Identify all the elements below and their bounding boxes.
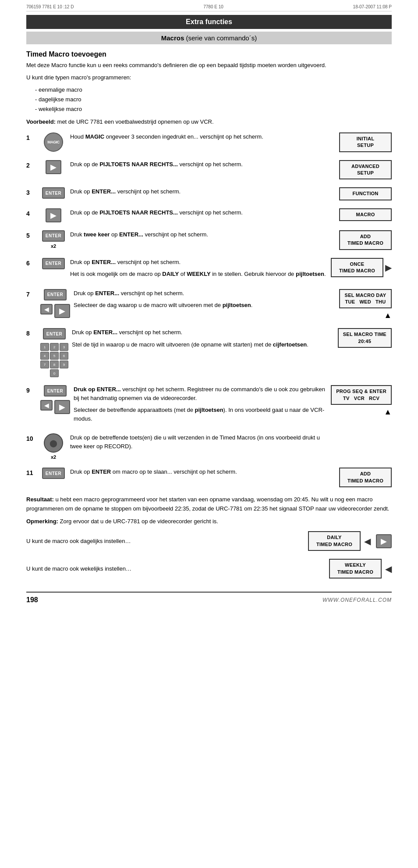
daily-weekly-section: U kunt de macro ook dagelijks instellen……: [26, 531, 392, 579]
numpad-7-icon[interactable]: 7: [40, 361, 49, 368]
step-3-screen: FUNCTION: [335, 187, 392, 200]
step-9-content: Druk op ENTER... verschijnt op het scher…: [74, 385, 327, 425]
enter-button-6-icon[interactable]: ENTER: [44, 385, 67, 396]
step-10-num: 10: [26, 433, 37, 442]
step-8: 8 ENTER 1 2 3 4 5 6 7 8 9 0: [26, 328, 392, 377]
meta-right: 18-07-2007 11:08 P: [353, 4, 392, 9]
triangle-up-7-icon: ▲: [384, 311, 392, 320]
numpad-0-icon[interactable]: 0: [50, 369, 59, 377]
step-5-content: Druk twee keer op ENTER... verschijnt op…: [70, 230, 331, 239]
step-11-icon: ENTER: [40, 468, 67, 479]
step-4-screen: MACRO: [335, 208, 392, 221]
header-meta: 706159 7781 E 10 :12 D 7780 E 10 18-07-2…: [26, 4, 392, 11]
lcd-weekly-timed-macro: WEEKLYTIMED MACRO: [329, 559, 382, 579]
step-4-num: 4: [26, 208, 37, 217]
enter-button-7-icon[interactable]: ENTER: [42, 468, 65, 479]
arrow-left-button-icon[interactable]: ◀: [40, 304, 53, 314]
enter-button-icon[interactable]: ENTER: [42, 187, 65, 199]
circle-record-button-icon[interactable]: ⬤: [44, 433, 63, 453]
opmerking-label: Opmerking:: [26, 518, 58, 525]
numpad-4-icon[interactable]: 4: [40, 352, 49, 360]
numpad-1-icon[interactable]: 1: [40, 343, 49, 351]
step-9-icon: ENTER ◀ ▶: [40, 385, 70, 414]
step-11-num: 11: [26, 468, 37, 476]
result-section: Resultaat: u hebt een macro geprogrammee…: [26, 495, 392, 526]
step-8-screen: SEL MACRO TIME20:45: [335, 328, 392, 348]
footer-url: WWW.ONEFORALL.COM: [322, 597, 392, 603]
step-2: 2 ▶ Druk op de PIJLTOETS NAAR RECHTS... …: [26, 160, 392, 180]
sub-header: Macros (serie van commando´s): [26, 32, 392, 44]
arrow-right-button-icon[interactable]: ▶: [46, 160, 61, 174]
step-6: 6 ENTER Druk op ENTER... verschijnt op h…: [26, 258, 392, 281]
daily-text: U kunt de macro ook dagelijks instellen…: [26, 537, 305, 546]
result-text: Resultaat: u hebt een macro geprogrammee…: [26, 495, 392, 514]
example-label: Voorbeeld:: [26, 118, 56, 125]
step-3: 3 ENTER Druk op ENTER... verschijnt op h…: [26, 187, 392, 200]
opmerking-body: Zorg ervoor dat u de URC-7781 op de vide…: [58, 518, 218, 525]
numpad-3-icon[interactable]: 3: [60, 343, 68, 351]
subheader-rest: (serie van commando´s): [184, 34, 257, 42]
triangle-up-9-icon: ▲: [384, 407, 392, 417]
enter-button-3-icon[interactable]: ENTER: [42, 258, 65, 269]
arrow-right-screen-icon: ▶: [385, 262, 392, 273]
arrow-right-daily-icon[interactable]: ▶: [376, 534, 392, 548]
example-line: Voorbeeld: met de URC 7781 een voetbalwe…: [26, 118, 392, 126]
step-8-content: Druk op ENTER... verschijnt op het scher…: [72, 328, 331, 351]
footer-page: 198: [26, 596, 38, 604]
step-9-note: Selecteer de betreffende apparaattoets (…: [74, 406, 327, 423]
arrow-right-4-button-icon[interactable]: ▶: [54, 400, 70, 414]
lcd-once-timed-macro: ONCETIMED MACRO: [331, 258, 383, 278]
result-label: Resultaat:: [26, 496, 54, 503]
types-intro: U kunt drie typen macro's programmeren:: [26, 73, 392, 82]
example-text: met de URC 7781 een voetbalwedstrijd opn…: [56, 118, 214, 125]
types-list: - eenmalige macro - dagelijkse macro - w…: [26, 85, 392, 114]
lcd-advanced-setup: ADVANCEDSETUP: [339, 160, 392, 180]
header-title: Extra functies: [186, 18, 232, 25]
weekly-row: U kunt de macro ook wekelijks instellen……: [26, 559, 392, 579]
step-8-icon: ENTER 1 2 3 4 5 6 7 8 9 0: [40, 328, 68, 377]
step-10: 10 ⬤ x2 Druk op de betreffende toets(en)…: [26, 433, 392, 460]
main-header: Extra functies: [26, 15, 392, 29]
step-1-num: 1: [26, 132, 37, 141]
step-11-screen: ADDTIMED MACRO: [335, 468, 392, 487]
step-1-icon: MAGIC: [40, 132, 67, 152]
numpad-5-icon[interactable]: 5: [50, 352, 59, 360]
step-6-note: Het is ook mogelijk om de macro op DAILY…: [70, 270, 327, 279]
step-10-content: Druk op de betreffende toets(en) die u w…: [70, 433, 331, 450]
type-item-3: - wekelijkse macro: [35, 104, 392, 114]
numpad-2-icon[interactable]: 2: [50, 343, 59, 351]
page: 706159 7781 E 10 :12 D 7780 E 10 18-07-2…: [0, 0, 418, 868]
numpad-6-icon[interactable]: 6: [60, 352, 68, 360]
step-10-icon: ⬤ x2: [40, 433, 67, 460]
magic-button-icon[interactable]: MAGIC: [44, 132, 63, 152]
enter-button-5-icon[interactable]: ENTER: [43, 328, 66, 339]
enter-button-2-icon[interactable]: ENTER: [42, 230, 65, 242]
step-3-content: Druk op ENTER... verschijnt op het scher…: [70, 187, 331, 196]
lcd-daily-timed-macro: DAILYTIMED MACRO: [308, 531, 361, 551]
arrow-left-2-button-icon[interactable]: ◀: [40, 400, 53, 411]
step-9-num: 9: [26, 385, 37, 394]
step-6-num: 6: [26, 258, 37, 267]
numpad-9-icon[interactable]: 9: [60, 361, 68, 368]
opmerking-text: Opmerking: Zorg ervoor dat u de URC-7781…: [26, 517, 392, 526]
step-7-content: Druk op ENTER... verschijnt op het scher…: [74, 289, 331, 312]
step-1-screen: INITIALSETUP: [335, 132, 392, 152]
numpad-8-icon[interactable]: 8: [50, 361, 59, 368]
lcd-add-timed-macro-2: ADDTIMED MACRO: [339, 468, 392, 487]
arrow-right-button-3-icon[interactable]: ▶: [54, 304, 70, 318]
step-11: 11 ENTER Druk op ENTER om macro op te sl…: [26, 468, 392, 487]
step-5-screen: ADDTIMED MACRO: [335, 230, 392, 250]
step-3-icon: ENTER: [40, 187, 67, 199]
enter-button-4-icon[interactable]: ENTER: [44, 289, 67, 300]
lcd-add-timed-macro: ADDTIMED MACRO: [339, 230, 392, 250]
step-7: 7 ENTER ◀ ▶ Druk op ENTER... verschijnt …: [26, 289, 392, 321]
step-6-screen: ONCETIMED MACRO ▶: [331, 258, 392, 278]
step-4-icon: ▶: [40, 208, 67, 222]
subheader-bold: Macros: [161, 34, 184, 42]
step-7-icon: ENTER ◀ ▶: [40, 289, 70, 318]
step-3-num: 3: [26, 187, 37, 196]
arrow-right-button-2-icon[interactable]: ▶: [46, 208, 61, 222]
x2-label-5: x2: [51, 243, 56, 249]
step-1: 1 MAGIC Houd MAGIC ongeveer 3 seconden i…: [26, 132, 392, 152]
lcd-sel-macro-time: SEL MACRO TIME20:45: [338, 328, 392, 348]
